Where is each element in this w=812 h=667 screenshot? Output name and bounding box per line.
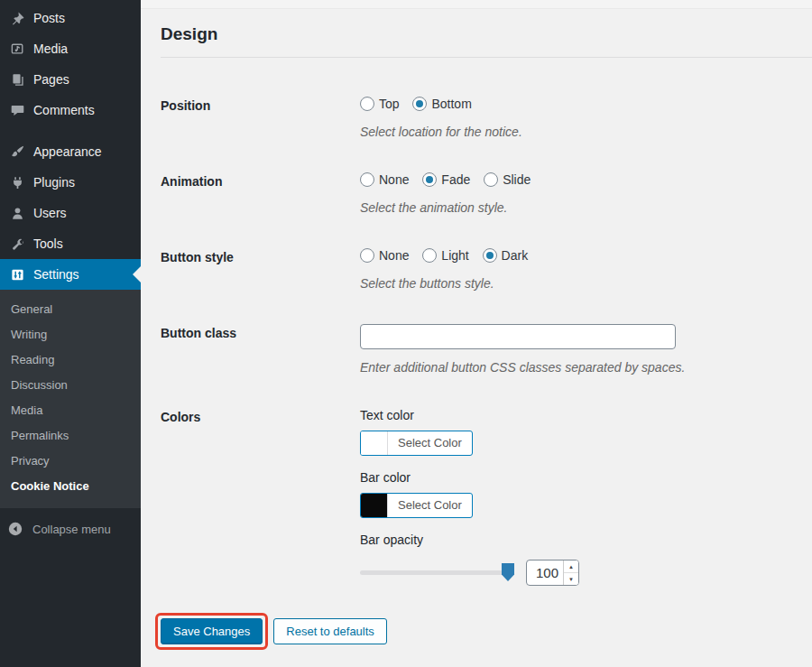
media-icon [8, 40, 26, 58]
section-divider [161, 57, 812, 58]
button-style-label: Button style [161, 248, 360, 291]
text-color-label: Text color [360, 408, 792, 422]
submenu-item-label: Cookie Notice [11, 479, 89, 493]
position-description: Select location for the notice. [360, 125, 792, 139]
radio-label: Top [379, 97, 400, 111]
button-class-description: Enter additional button CSS classes sepa… [360, 360, 792, 375]
select-color-label: Select Color [388, 494, 472, 517]
animation-description: Select the animation style. [360, 200, 792, 215]
bar-opacity-label: Bar opacity [360, 533, 792, 547]
sidebar-item-pages[interactable]: Pages [0, 64, 141, 95]
sidebar-item-label: Tools [33, 236, 63, 251]
pages-icon [8, 70, 26, 88]
sidebar-item-tools[interactable]: Tools [0, 228, 141, 259]
radio-option-none[interactable]: None [360, 172, 409, 187]
bar-opacity-slider-track[interactable] [360, 570, 513, 575]
sidebar-item-posts[interactable]: Posts [0, 3, 141, 33]
submenu-item-general[interactable]: General [0, 297, 141, 322]
radio-circle [360, 248, 374, 263]
sidebar-item-users[interactable]: Users [0, 198, 141, 228]
position-row: Position Top Bottom Select location for … [161, 97, 792, 139]
radio-option-none[interactable]: None [360, 248, 409, 263]
main-content: Design Position Top Bottom Select locati… [141, 0, 812, 650]
submenu-item-label: Permalinks [11, 429, 69, 442]
submenu-item-discussion[interactable]: Discussion [0, 373, 141, 398]
radio-label: Bottom [431, 97, 471, 111]
bar-opacity-input[interactable] [527, 560, 563, 585]
radio-circle [484, 172, 498, 187]
submenu-item-label: Media [11, 403, 42, 417]
button-style-radio-group: None Light Dark [360, 248, 792, 265]
sidebar-item-plugins[interactable]: Plugins [0, 167, 141, 198]
radio-circle [483, 248, 497, 263]
radio-circle [360, 172, 374, 187]
text-color-picker-button[interactable]: Select Color [360, 431, 473, 456]
bar-color-label: Bar color [360, 470, 792, 485]
button-class-input[interactable] [360, 324, 676, 349]
triangle-down-icon: ▼ [568, 577, 574, 582]
sidebar-item-appearance[interactable]: Appearance [0, 136, 141, 167]
bar-opacity-group: Bar opacity ▲ ▼ [360, 533, 792, 586]
sidebar-item-settings[interactable]: Settings [0, 259, 141, 290]
triangle-up-icon: ▲ [568, 564, 574, 570]
bar-color-picker-button[interactable]: Select Color [360, 493, 473, 518]
submenu-item-permalinks[interactable]: Permalinks [0, 423, 141, 449]
text-color-swatch [361, 431, 388, 455]
annotation-highlight: Save Changes [155, 613, 268, 650]
spinner-down-button[interactable]: ▼ [564, 573, 578, 585]
submenu-item-label: Writing [11, 328, 47, 341]
comment-bubble-icon [8, 101, 26, 119]
admin-sidebar: Posts Media Pages Comments Appeara [0, 0, 141, 667]
animation-label: Animation [161, 172, 360, 215]
submenu-item-cookie-notice[interactable]: Cookie Notice [0, 474, 141, 499]
radio-option-light[interactable]: Light [422, 248, 468, 263]
radio-label: None [379, 172, 409, 187]
design-settings-form: Position Top Bottom Select location for … [161, 97, 792, 650]
button-class-row: Button class Enter additional button CSS… [161, 324, 792, 375]
radio-circle [360, 97, 374, 111]
button-style-description: Select the buttons style. [360, 276, 792, 291]
sidebar-item-comments[interactable]: Comments [0, 95, 141, 125]
radio-circle [422, 248, 437, 263]
button-class-label: Button class [161, 324, 360, 375]
bar-color-swatch [361, 494, 388, 517]
submenu-item-reading[interactable]: Reading [0, 347, 141, 373]
select-color-label: Select Color [388, 431, 472, 455]
radio-option-top[interactable]: Top [360, 97, 400, 111]
menu-separator [0, 125, 141, 136]
radio-label: None [379, 248, 409, 263]
bar-opacity-slider-handle[interactable] [502, 563, 514, 581]
wrench-icon [8, 235, 26, 253]
sidebar-item-label: Comments [33, 103, 95, 117]
top-strip [141, 0, 812, 9]
radio-option-slide[interactable]: Slide [484, 172, 531, 187]
sidebar-item-label: Settings [33, 267, 79, 282]
reset-to-defaults-button[interactable]: Reset to defaults [273, 618, 387, 644]
radio-option-fade[interactable]: Fade [422, 172, 470, 187]
text-color-group: Text color Select Color [360, 408, 792, 458]
spinner-up-button[interactable]: ▲ [564, 560, 578, 573]
settings-submenu: General Writing Reading Discussion Media… [0, 290, 141, 508]
animation-row: Animation None Fade Slide [161, 172, 792, 215]
collapse-menu-label: Collapse menu [32, 523, 111, 536]
submenu-item-writing[interactable]: Writing [0, 322, 141, 347]
sidebar-item-label: Posts [33, 11, 65, 25]
number-spinner: ▲ ▼ [563, 560, 578, 585]
submenu-item-privacy[interactable]: Privacy [0, 449, 141, 474]
sidebar-item-media[interactable]: Media [0, 33, 141, 64]
radio-option-dark[interactable]: Dark [483, 248, 529, 263]
colors-label: Colors [161, 408, 360, 586]
radio-option-bottom[interactable]: Bottom [412, 97, 471, 111]
form-actions: Save Changes Reset to defaults [161, 613, 792, 650]
collapse-menu-button[interactable]: Collapse menu [0, 514, 141, 544]
radio-circle [412, 97, 427, 111]
pin-icon [8, 9, 26, 27]
radio-label: Dark [502, 248, 529, 263]
bar-color-group: Bar color Select Color [360, 470, 792, 520]
collapse-arrow-icon [7, 521, 23, 537]
position-label: Position [161, 97, 360, 139]
submenu-item-media[interactable]: Media [0, 398, 141, 423]
sidebar-item-label: Plugins [33, 175, 75, 190]
save-changes-button[interactable]: Save Changes [161, 618, 263, 644]
animation-radio-group: None Fade Slide [360, 172, 792, 190]
